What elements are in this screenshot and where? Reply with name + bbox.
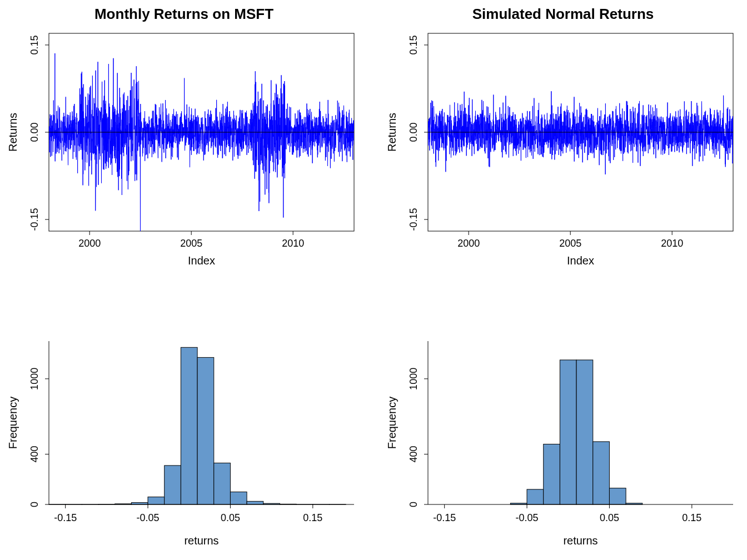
panel-ts-sim: Simulated Normal Returns 200020052010-0.…: [385, 6, 741, 274]
svg-text:0: 0: [408, 502, 419, 507]
svg-text:-0.05: -0.05: [137, 512, 160, 523]
svg-rect-44: [214, 463, 231, 504]
svg-text:-0.15: -0.15: [54, 512, 77, 523]
svg-text:2000: 2000: [457, 238, 480, 249]
svg-text:Index: Index: [188, 254, 215, 267]
svg-text:2005: 2005: [559, 238, 581, 249]
svg-text:-0.15: -0.15: [433, 512, 456, 523]
timeseries-sim: 200020052010-0.150.000.15IndexReturns: [385, 28, 741, 274]
svg-text:0.00: 0.00: [408, 122, 419, 142]
panel-ts-msft: Monthly Returns on MSFT 200020052010-0.1…: [6, 6, 362, 274]
svg-text:returns: returns: [184, 534, 218, 547]
svg-text:-0.05: -0.05: [516, 512, 539, 523]
timeseries-msft: 200020052010-0.150.000.15IndexReturns: [6, 28, 362, 274]
svg-rect-40: [148, 497, 165, 504]
svg-text:0.15: 0.15: [303, 512, 322, 523]
svg-text:400: 400: [29, 446, 40, 463]
svg-rect-42: [181, 347, 197, 504]
histogram-sim: -0.15-0.050.050.1504001000returnsFrequen…: [385, 308, 741, 554]
svg-text:0.05: 0.05: [221, 512, 240, 523]
svg-rect-74: [576, 360, 593, 504]
svg-text:Frequency: Frequency: [386, 397, 398, 449]
chart-grid: Monthly Returns on MSFT 200020052010-0.1…: [6, 6, 741, 554]
chart-title: Monthly Returns on MSFT: [6, 6, 362, 23]
svg-text:400: 400: [408, 446, 419, 463]
svg-text:2010: 2010: [661, 238, 683, 249]
svg-rect-46: [247, 501, 263, 504]
svg-rect-71: [527, 489, 544, 504]
chart-title: [6, 286, 362, 303]
svg-text:0.15: 0.15: [682, 512, 701, 523]
svg-text:0.15: 0.15: [408, 35, 419, 54]
chart-title: [385, 286, 741, 303]
panel-hist-msft: -0.15-0.050.050.1504001000returnsFrequen…: [6, 286, 362, 554]
svg-rect-45: [230, 492, 247, 504]
svg-rect-41: [165, 466, 181, 504]
svg-text:Returns: Returns: [386, 113, 398, 152]
histogram-msft: -0.15-0.050.050.1504001000returnsFrequen…: [6, 308, 362, 554]
chart-title: Simulated Normal Returns: [385, 6, 741, 23]
svg-text:Index: Index: [567, 254, 594, 267]
svg-rect-76: [609, 488, 626, 504]
svg-text:0.15: 0.15: [29, 35, 40, 54]
svg-text:0.00: 0.00: [29, 122, 40, 142]
svg-text:1000: 1000: [29, 368, 40, 390]
svg-text:returns: returns: [563, 534, 597, 547]
svg-rect-73: [560, 360, 576, 504]
svg-rect-72: [544, 444, 560, 504]
svg-text:-0.15: -0.15: [408, 208, 419, 231]
svg-rect-43: [197, 357, 214, 504]
svg-text:2000: 2000: [78, 238, 101, 249]
svg-text:Returns: Returns: [7, 113, 19, 152]
svg-rect-39: [131, 503, 148, 504]
panel-hist-sim: -0.15-0.050.050.1504001000returnsFrequen…: [385, 286, 741, 554]
svg-text:Frequency: Frequency: [7, 397, 19, 449]
svg-text:0.05: 0.05: [600, 512, 619, 523]
svg-text:0: 0: [29, 502, 40, 507]
svg-text:2010: 2010: [282, 238, 304, 249]
svg-text:2005: 2005: [180, 238, 202, 249]
svg-text:-0.15: -0.15: [29, 208, 40, 231]
svg-text:1000: 1000: [408, 368, 419, 390]
svg-rect-75: [593, 442, 610, 504]
